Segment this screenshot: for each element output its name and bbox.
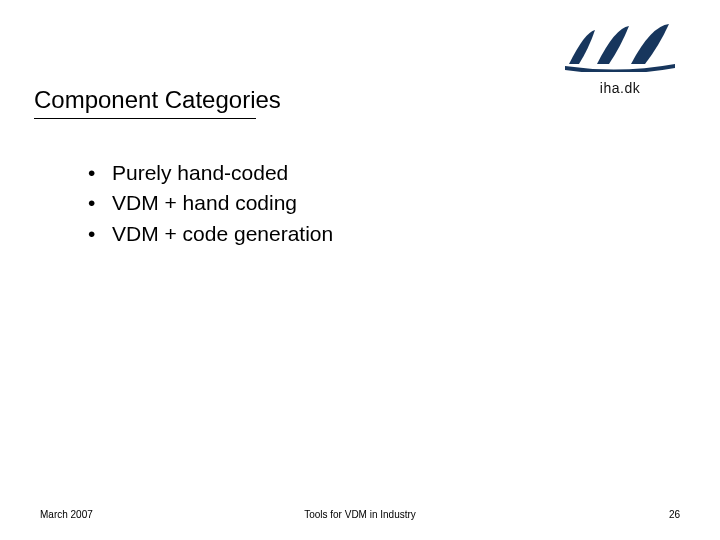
title-underline <box>34 118 256 119</box>
list-item: VDM + code generation <box>88 219 333 249</box>
slide-title: Component Categories <box>34 86 281 114</box>
list-item: VDM + hand coding <box>88 188 333 218</box>
logo-text: iha.dk <box>560 80 680 96</box>
sails-icon <box>565 24 675 72</box>
logo: iha.dk <box>560 24 680 96</box>
footer-title: Tools for VDM in Industry <box>0 509 720 520</box>
list-item: Purely hand-coded <box>88 158 333 188</box>
page-number: 26 <box>669 509 680 520</box>
bullet-list: Purely hand-coded VDM + hand coding VDM … <box>88 158 333 249</box>
slide: iha.dk Component Categories Purely hand-… <box>0 0 720 540</box>
